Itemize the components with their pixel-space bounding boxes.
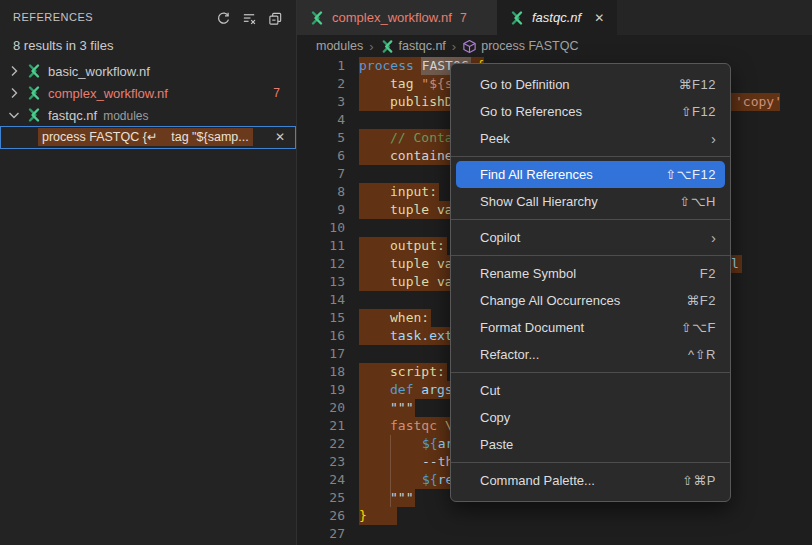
menu-item-refactor[interactable]: Refactor...^⇧R xyxy=(451,341,730,368)
code-text: def args xyxy=(390,381,453,399)
line-number: 20 xyxy=(297,399,345,417)
menu-separator xyxy=(451,372,730,373)
tab-label: fastqc.nf xyxy=(532,10,581,25)
tree-file-label: complex_workflow.nf xyxy=(48,86,168,101)
line-number: 10 xyxy=(297,219,345,237)
line-number: 19 xyxy=(297,381,345,399)
menu-separator xyxy=(451,255,730,256)
tree-file-description: modules xyxy=(103,109,148,123)
menu-item-label: Show Call Hierarchy xyxy=(480,194,598,209)
code-text: } xyxy=(359,507,367,525)
menu-item-show-call-hierarchy[interactable]: Show Call Hierarchy⇧⌥H xyxy=(451,188,730,215)
line-number: 27 xyxy=(297,525,345,543)
reference-snippet: process FASTQC {↵ tag "${samp... xyxy=(38,128,253,146)
line-number: 18 xyxy=(297,363,345,381)
code-text: output: xyxy=(390,237,445,255)
nextflow-file-icon xyxy=(309,10,325,26)
line-number: 21 xyxy=(297,417,345,435)
clear-all-icon[interactable] xyxy=(240,9,258,27)
menu-item-peek[interactable]: Peek› xyxy=(451,125,730,152)
tab-problem-count: 7 xyxy=(460,11,467,25)
menu-item-label: Refactor... xyxy=(480,347,539,362)
menu-item-label: Change All Occurrences xyxy=(480,293,620,308)
menu-item-shortcut: ⇧F12 xyxy=(681,104,716,119)
results-summary: 8 results in 3 files xyxy=(13,38,113,53)
line-number: 14 xyxy=(297,291,345,309)
code-text: """ xyxy=(390,489,413,507)
line-number: 3 xyxy=(297,93,345,111)
code-text: when: xyxy=(390,309,429,327)
menu-item-rename-symbol[interactable]: Rename SymbolF2 xyxy=(451,260,730,287)
reference-result-row[interactable]: process FASTQC {↵ tag "${samp...✕ xyxy=(0,126,296,149)
code-text: tuple va xyxy=(390,273,453,291)
code-text-tail: 'copy' xyxy=(735,93,782,111)
menu-item-shortcut: ⇧⌥F xyxy=(681,320,716,335)
submenu-arrow-icon: › xyxy=(711,230,716,245)
line-number: 15 xyxy=(297,309,345,327)
tab-complex-workflow[interactable]: complex_workflow.nf 7 xyxy=(297,0,497,35)
tree-file-label: fastqc.nfmodules xyxy=(48,108,149,123)
chevron-down-icon[interactable] xyxy=(6,107,22,123)
menu-item-paste[interactable]: Paste xyxy=(451,431,730,458)
indent-guide xyxy=(390,471,391,489)
collapse-all-icon[interactable] xyxy=(266,9,284,27)
line-number: 8 xyxy=(297,183,345,201)
menu-item-copy[interactable]: Copy xyxy=(451,404,730,431)
breadcrumb-item-symbol[interactable]: process FASTQC xyxy=(481,39,578,53)
breadcrumb-item-file[interactable]: fastqc.nf xyxy=(399,39,446,53)
breadcrumb: modules › fastqc.nf › process FASTQC xyxy=(297,35,812,57)
menu-item-command-palette[interactable]: Command Palette...⇧⌘P xyxy=(451,467,730,494)
line-number: 24 xyxy=(297,471,345,489)
menu-item-copilot[interactable]: Copilot› xyxy=(451,224,730,251)
chevron-right-icon[interactable] xyxy=(6,85,22,101)
close-icon[interactable]: ✕ xyxy=(275,130,285,144)
line-number: 23 xyxy=(297,453,345,471)
menu-separator xyxy=(451,156,730,157)
nextflow-file-icon xyxy=(509,10,525,26)
chevron-right-icon[interactable] xyxy=(6,63,22,79)
line-number: 17 xyxy=(297,345,345,363)
tree-file-row[interactable]: fastqc.nfmodules xyxy=(0,104,296,126)
line-number: 2 xyxy=(297,75,345,93)
line-number: 16 xyxy=(297,327,345,345)
breadcrumb-item-modules[interactable]: modules xyxy=(316,39,363,53)
references-title: REFERENCES xyxy=(13,11,93,23)
menu-item-label: Go to References xyxy=(480,104,582,119)
menu-item-shortcut: ⌘F2 xyxy=(686,293,716,308)
context-menu: Go to Definition⌘F12Go to References⇧F12… xyxy=(450,63,731,502)
code-line[interactable]: 26} xyxy=(297,507,812,525)
menu-separator xyxy=(451,219,730,220)
line-number: 11 xyxy=(297,237,345,255)
code-text: tuple va xyxy=(390,201,453,219)
vscode-window: REFERENCES xyxy=(0,0,812,545)
code-line[interactable]: 27 xyxy=(297,525,812,543)
menu-item-format-document[interactable]: Format Document⇧⌥F xyxy=(451,314,730,341)
code-text: containe xyxy=(390,147,453,165)
tree-file-row[interactable]: basic_workflow.nf xyxy=(0,60,296,82)
code-text: input: xyxy=(390,183,437,201)
menu-item-find-all-references[interactable]: Find All References⇧⌥F12 xyxy=(456,161,725,188)
menu-item-label: Copy xyxy=(480,410,510,425)
code-text: publishD xyxy=(390,93,453,111)
menu-item-go-to-references[interactable]: Go to References⇧F12 xyxy=(451,98,730,125)
code-text: script: xyxy=(390,363,445,381)
menu-item-shortcut: ⌘F12 xyxy=(679,77,716,92)
tree-file-row[interactable]: complex_workflow.nf7 xyxy=(0,82,296,104)
menu-item-change-all-occurrences[interactable]: Change All Occurrences⌘F2 xyxy=(451,287,730,314)
code-text: tag "${s xyxy=(390,75,453,93)
code-text: ${re xyxy=(422,471,453,489)
menu-item-label: Paste xyxy=(480,437,513,452)
tab-close-icon[interactable]: ✕ xyxy=(594,11,604,25)
tab-fastqc[interactable]: fastqc.nf ✕ xyxy=(497,0,617,35)
menu-item-shortcut: ⇧⌘P xyxy=(682,473,716,488)
menu-item-label: Rename Symbol xyxy=(480,266,576,281)
menu-item-label: Go to Definition xyxy=(480,77,570,92)
menu-item-cut[interactable]: Cut xyxy=(451,377,730,404)
chevron-right-icon: › xyxy=(369,39,373,54)
menu-item-go-to-definition[interactable]: Go to Definition⌘F12 xyxy=(451,71,730,98)
refresh-icon[interactable] xyxy=(214,9,232,27)
menu-item-label: Format Document xyxy=(480,320,584,335)
references-header: REFERENCES xyxy=(0,0,296,32)
menu-item-label: Find All References xyxy=(480,167,593,182)
code-text: task.ext xyxy=(390,327,453,345)
